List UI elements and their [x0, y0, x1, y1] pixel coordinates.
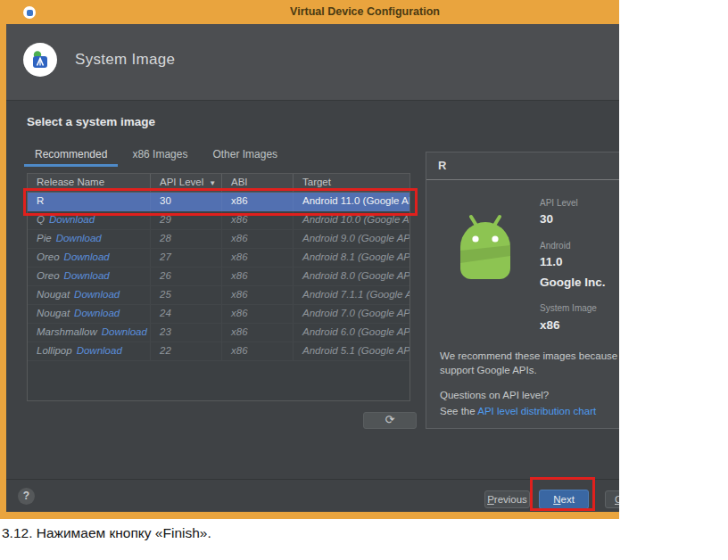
image-details-panel: R API Level 30 Android 11.0 Google Inc. … [426, 152, 619, 429]
refresh-button[interactable]: ⟳ [363, 412, 417, 429]
section-title: Select a system image [27, 115, 155, 128]
cell-api: 25 [151, 286, 222, 304]
api-level-label: API Level [540, 198, 578, 208]
api-level-value: 30 [540, 212, 553, 226]
column-abi[interactable]: ABI [222, 174, 294, 192]
table-row-oreo-26[interactable]: OreoDownload 26 x86 Android 8.0 (Google … [28, 268, 410, 286]
wizard-header: System Image [6, 24, 619, 101]
column-release-name[interactable]: Release Name [28, 174, 151, 192]
cell-api: 27 [151, 249, 222, 267]
cell-api: 26 [151, 268, 222, 285]
cell-abi: x86 [222, 324, 294, 342]
virtual-device-configuration-window: Virtual Device Configuration System Imag… [0, 0, 619, 519]
cell-release: R [28, 193, 151, 210]
cell-abi: x86 [222, 286, 294, 304]
cancel-button-label: Cancel [606, 491, 619, 507]
table-row-lollipop[interactable]: LollipopDownload 22 x86 Android 5.1 (Goo… [28, 342, 410, 361]
previous-button[interactable]: Previous [484, 490, 530, 508]
column-target[interactable]: Target [294, 174, 410, 192]
system-image-label: System Image [540, 303, 597, 313]
cell-release: Nougat [37, 308, 70, 318]
system-image-table: Release Name API Level▼ ABI Target R 30 … [27, 173, 410, 401]
panel-divider [426, 179, 619, 180]
download-link[interactable]: Download [102, 326, 147, 337]
cell-release: Nougat [37, 289, 70, 300]
android-label: Android [540, 241, 570, 251]
download-link[interactable]: Download [56, 233, 102, 243]
cell-target: Android 7.0 (Google APIs) [294, 305, 410, 323]
table-row-marshmallow[interactable]: MarshmallowDownload 23 x86 Android 6.0 (… [28, 324, 410, 342]
download-link[interactable]: Download [64, 251, 110, 262]
android-version-value: 11.0 [540, 255, 563, 268]
window-body: System Image Select a system image Recom… [6, 24, 619, 512]
cell-release: Oreo [37, 251, 60, 262]
download-link[interactable]: Download [64, 270, 110, 281]
step-title: System Image [75, 51, 175, 69]
see-the-text: See the [440, 406, 477, 416]
help-icon: ? [23, 490, 29, 502]
cell-api: 29 [151, 211, 222, 229]
cell-api: 23 [151, 324, 222, 342]
selected-image-name: R [438, 159, 446, 172]
cell-abi: x86 [222, 305, 294, 323]
cell-release: Lollipop [37, 345, 72, 356]
tab-x86-images[interactable]: x86 Images [120, 143, 200, 167]
abi-value: x86 [540, 318, 560, 332]
cell-release: Oreo [37, 270, 60, 281]
table-row-nougat-24[interactable]: NougatDownload 24 x86 Android 7.0 (Googl… [28, 305, 410, 324]
tab-other-images[interactable]: Other Images [200, 143, 290, 167]
table-row-q[interactable]: QDownload 29 x86 Android 10.0 (Google AP… [28, 211, 410, 230]
window-app-icon [23, 6, 36, 19]
table-row-pie[interactable]: PieDownload 28 x86 Android 9.0 (Google A… [28, 230, 410, 249]
cell-release: Marshmallow [37, 326, 97, 337]
tab-recommended[interactable]: Recommended [22, 143, 120, 167]
download-link[interactable]: Download [74, 308, 120, 318]
cell-api: 28 [151, 230, 222, 248]
api-link-line: See the API level distribution chart [440, 406, 596, 416]
cell-api: 30 [151, 193, 222, 210]
cell-api: 22 [151, 342, 222, 360]
cell-abi: x86 [222, 230, 294, 248]
wizard-footer: ? Previous Next Cancel [6, 479, 619, 512]
table-row-oreo-27[interactable]: OreoDownload 27 x86 Android 8.1 (Google … [28, 249, 410, 268]
refresh-icon: ⟳ [385, 413, 395, 426]
cell-abi: x86 [222, 268, 294, 285]
sort-desc-icon: ▼ [209, 179, 216, 187]
window-titlebar: Virtual Device Configuration [0, 0, 619, 24]
column-api-level[interactable]: API Level▼ [151, 174, 222, 192]
next-button[interactable]: Next [539, 490, 589, 509]
download-link[interactable]: Download [74, 289, 120, 300]
cell-target: Android 8.0 (Google APIs) [294, 268, 410, 285]
cell-api: 24 [151, 305, 222, 323]
android-robot-icon [451, 208, 519, 281]
cell-abi: x86 [222, 193, 294, 210]
cell-abi: x86 [222, 211, 294, 229]
window-title: Virtual Device Configuration [290, 5, 440, 18]
column-api-level-label: API Level [160, 177, 203, 187]
recommend-text-line2: support Google APIs. [440, 365, 537, 375]
cell-target: Android 6.0 (Google APIs) [294, 324, 410, 342]
image-tabs: Recommended x86 Images Other Images [22, 143, 290, 167]
table-row-r[interactable]: R 30 x86 Android 11.0 (Google APIs) [28, 193, 410, 211]
cell-target: Android 9.0 (Google APIs) [294, 230, 410, 248]
android-studio-logo-icon [23, 43, 57, 77]
cell-abi: x86 [222, 342, 294, 360]
download-link[interactable]: Download [77, 345, 122, 356]
cell-target: Android 11.0 (Google APIs) [294, 193, 410, 210]
api-question-text: Questions on API level? [440, 390, 549, 400]
cell-target: Android 10.0 (Google APIs) [294, 211, 410, 229]
next-button-label: Next [540, 490, 588, 508]
table-row-nougat-25[interactable]: NougatDownload 25 x86 Android 7.1.1 (Goo… [28, 286, 410, 305]
cell-abi: x86 [222, 249, 294, 267]
cell-release: Q [37, 214, 45, 225]
cell-target: Android 7.1.1 (Google APIs) [294, 286, 410, 304]
tutorial-caption: 3.12. Нажимаем кнопку «Finish». [2, 525, 211, 541]
cell-target: Android 8.1 (Google APIs) [294, 249, 410, 267]
download-link[interactable]: Download [49, 214, 95, 225]
recommend-text-line1: We recommend these images because they r… [440, 350, 619, 361]
table-header: Release Name API Level▼ ABI Target [28, 174, 410, 193]
api-distribution-chart-link[interactable]: API level distribution chart [477, 406, 596, 416]
cancel-button[interactable]: Cancel [605, 490, 619, 508]
cell-release: Pie [37, 233, 52, 243]
help-button[interactable]: ? [18, 488, 35, 505]
